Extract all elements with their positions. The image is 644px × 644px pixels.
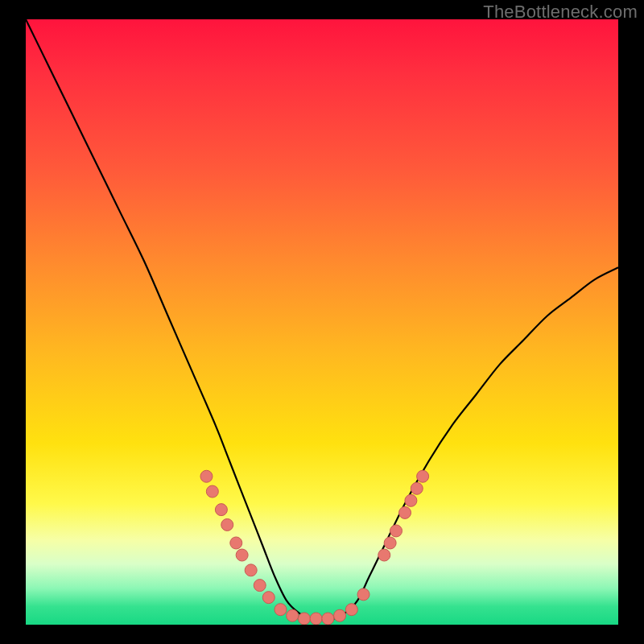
curve-marker: [417, 470, 429, 482]
curve-marker: [390, 525, 402, 537]
curve-marker: [200, 470, 213, 482]
curve-marker: [236, 549, 248, 561]
curve-marker: [215, 504, 227, 516]
curve-marker: [206, 485, 218, 497]
curve-marker: [334, 609, 346, 621]
curve-marker: [287, 609, 299, 621]
curve-marker: [357, 588, 369, 601]
watermark-text: TheBottleneck.com: [483, 2, 638, 23]
curve-markers: [200, 470, 429, 625]
curve-marker: [322, 613, 334, 625]
curve-marker: [254, 580, 266, 592]
curve-marker: [275, 604, 287, 616]
plot-area: [26, 19, 618, 625]
curve-marker: [405, 494, 417, 506]
curve-marker: [384, 537, 396, 549]
curve-marker: [345, 604, 357, 616]
curve-marker: [230, 537, 242, 549]
chart-frame: TheBottleneck.com: [0, 0, 644, 644]
bottleneck-curve: [26, 19, 618, 619]
curve-marker: [411, 482, 423, 494]
curve-marker: [378, 549, 390, 561]
curve-marker: [399, 506, 411, 518]
bottleneck-curve-svg: [26, 19, 618, 625]
curve-marker: [245, 564, 257, 576]
curve-marker: [310, 613, 322, 625]
curve-marker: [221, 518, 233, 530]
curve-marker: [262, 592, 275, 604]
curve-marker: [298, 613, 310, 625]
